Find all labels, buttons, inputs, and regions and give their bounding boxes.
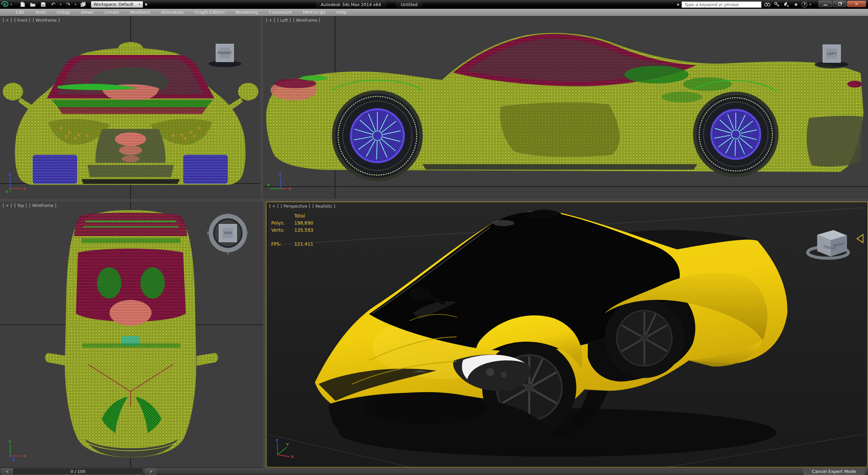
stats-verts-label: Verts: [271, 227, 290, 234]
menu-group[interactable]: Group [51, 9, 76, 16]
new-file-button[interactable] [18, 1, 27, 8]
viewcube-top-face-label: TOP [224, 231, 232, 235]
compass-west-label: W [206, 231, 211, 235]
viewcube-top[interactable]: N E S W TOP [206, 212, 250, 256]
undo-history-caret-icon[interactable]: ▾ [59, 3, 62, 6]
viewport-area: [ + ] [ Front ] [ Wireframe ] FRONT Z X … [0, 16, 868, 468]
viewport-top-label: [ + ] [ Top ] [ Wireframe ] [3, 203, 56, 208]
viewcube-left[interactable]: LEFT [813, 35, 850, 72]
viewport-perspective-label: [ + ] [ Perspective ] [ Realistic ] [269, 204, 335, 209]
3dsmax-app-menu-button[interactable]: ▾ [0, 0, 14, 9]
viewcube-left-face-label: LEFT [827, 52, 837, 56]
binoculars-icon [764, 2, 770, 7]
search-button[interactable] [764, 1, 771, 8]
menu-rendering[interactable]: Rendering [230, 9, 263, 16]
menu-maxscript[interactable]: MAXScript [297, 9, 331, 16]
menu-help[interactable]: Help [331, 9, 352, 16]
viewport-left-label: [ + ] [ Left ] [ Wireframe ] [266, 18, 320, 23]
compass-north-label: N [226, 213, 230, 217]
viewport-top-general-menu[interactable]: [ + ] [3, 203, 12, 208]
menu-tools[interactable]: Tools [29, 9, 51, 16]
project-folder-button[interactable] [79, 1, 87, 8]
redo-history-caret-icon[interactable]: ▾ [74, 3, 77, 6]
viewport-perspective-pov-menu[interactable]: [ Perspective ] [281, 204, 310, 209]
open-file-button[interactable] [28, 1, 37, 8]
viewcube-front-face-label: FRONT [218, 51, 232, 55]
workspace-selector[interactable]: Workspace: Default ▾ [91, 1, 143, 8]
menu-views[interactable]: Views [76, 9, 99, 16]
document-title: Untitled [395, 1, 423, 8]
save-file-button[interactable] [39, 1, 47, 8]
quick-access-toolbar: ↶ ▾ ↷ ▾ [18, 1, 87, 8]
infocenter: ▶ ★ ? ▾ [677, 1, 811, 8]
perspective-axis-tripod: Z Y X [271, 434, 302, 461]
compass-south-label: S [226, 251, 230, 255]
stats-fps-label: FPS: [271, 241, 290, 248]
stats-verts-value: 135,593 [294, 227, 313, 234]
compass-east-label: E [245, 231, 248, 235]
rear-wheel-wireframe [696, 95, 775, 174]
restore-button[interactable] [833, 1, 846, 7]
z-axis-label: Z [279, 172, 282, 177]
toolbar-options-caret[interactable]: ▼ [143, 1, 149, 8]
project-folder-icon [80, 2, 86, 7]
infocenter-collapse-icon[interactable]: ▶ [677, 3, 680, 6]
menu-graph-editors[interactable]: Graph Editors [189, 9, 230, 16]
new-file-icon [20, 2, 25, 7]
viewport-top-pov-menu[interactable]: [ Top ] [14, 203, 27, 208]
communication-center-button[interactable] [783, 1, 790, 8]
menu-edit[interactable]: Edit [10, 9, 29, 16]
menu-modifiers[interactable]: Modifiers [125, 9, 156, 16]
menu-create[interactable]: Create [99, 9, 124, 16]
z-axis-label: Z [276, 438, 278, 443]
help-button[interactable]: ? [802, 2, 807, 7]
x-axis-label: X [288, 187, 291, 191]
viewcube-front[interactable]: FRONT [206, 34, 243, 71]
viewport-front-general-menu[interactable]: [ + ] [3, 18, 12, 23]
favorites-button[interactable]: ★ [792, 1, 800, 8]
viewport-left[interactable]: [ + ] [ Left ] [ Wireframe ] LEFT Z X Y [263, 16, 868, 199]
viewport-left-general-menu[interactable]: [ + ] [266, 18, 275, 23]
viewport-top[interactable]: [ + ] [ Top ] [ Wireframe ] N E S W TOP … [0, 202, 263, 468]
previous-frame-button[interactable]: < [2, 469, 12, 475]
status-bar: < 0 / 100 > Cancel Expert Mode [0, 468, 868, 475]
viewcube-perspective[interactable]: FRONT RIGHT [804, 222, 854, 263]
menu-customize[interactable]: Customize [263, 9, 297, 16]
top-axis-tripod: Y X Z [4, 436, 35, 463]
close-button[interactable]: × [847, 1, 866, 7]
viewport-front-shading-menu[interactable]: [ Wireframe ] [33, 18, 60, 23]
redo-button[interactable]: ↷ [64, 1, 73, 8]
y-axis-label: Y [5, 190, 8, 194]
minimize-button[interactable] [818, 1, 832, 7]
y-axis-label: Y [286, 442, 289, 447]
front-wheel-wireframe [335, 94, 419, 178]
next-frame-button[interactable]: > [146, 469, 156, 475]
viewport-perspective-shading-menu[interactable]: [ Realistic ] [313, 204, 335, 209]
menu-animation[interactable]: Animation [156, 9, 189, 16]
viewport-left-shading-menu[interactable]: [ Wireframe ] [293, 18, 320, 23]
title-bar: ▾ ↶ ▾ ↷ ▾ Workspace: Default ▾ [0, 0, 868, 9]
viewport-left-pov-menu[interactable]: [ Left ] [277, 18, 291, 23]
viewport-front[interactable]: [ + ] [ Front ] [ Wireframe ] FRONT Z X … [0, 16, 260, 199]
help-caret-icon[interactable]: ▾ [809, 3, 811, 6]
time-slider[interactable]: 0 / 100 [14, 469, 142, 475]
sign-in-button[interactable] [773, 1, 781, 8]
window-controls: × [818, 1, 866, 7]
cancel-expert-mode-button[interactable]: Cancel Expert Mode [804, 468, 865, 475]
viewport-statistics: Total Polys:198,690 Verts:135,593 FPS:12… [271, 212, 313, 248]
3dsmax-logo-icon [1, 1, 9, 8]
x-axis-label: X [291, 455, 294, 459]
infocenter-search-input[interactable] [682, 1, 762, 8]
rear-wheel [605, 299, 684, 378]
save-file-icon [41, 2, 46, 7]
stats-fps-value: 121.411 [294, 241, 313, 248]
x-axis-label: X [23, 187, 26, 191]
viewport-perspective[interactable]: [ + ] [ Perspective ] [ Realistic ] Tota… [266, 202, 868, 468]
open-file-icon [30, 2, 36, 7]
viewport-front-pov-menu[interactable]: [ Front ] [14, 18, 30, 23]
y-axis-label: Y [267, 183, 270, 188]
restore-icon [838, 3, 841, 5]
undo-button[interactable]: ↶ [49, 1, 58, 8]
viewport-top-shading-menu[interactable]: [ Wireframe ] [29, 203, 56, 208]
viewport-perspective-general-menu[interactable]: [ + ] [269, 204, 278, 209]
